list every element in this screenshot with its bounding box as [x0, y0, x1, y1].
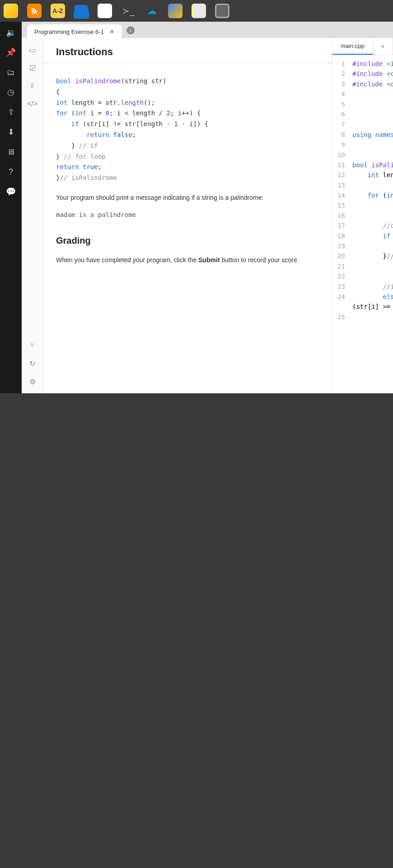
grading-heading: Grading: [56, 233, 319, 248]
instructions-code: bool isPalindrome(string str) { int leng…: [56, 76, 319, 184]
editor-tab-main[interactable]: main.cpp: [332, 38, 373, 55]
share-icon[interactable]: ⇪: [5, 107, 16, 118]
rss-icon[interactable]: [27, 4, 42, 18]
app-nav-rail: ▭ ☑ ⫴ </> ⑂ ↻ ⚙: [22, 38, 43, 393]
instructions-paragraph: Your program should print a message indi…: [56, 193, 319, 203]
chat-icon[interactable]: 💬: [5, 186, 16, 197]
files-icon[interactable]: 🗂: [5, 67, 16, 78]
help-icon[interactable]: ?: [5, 166, 16, 177]
book-icon[interactable]: [73, 5, 89, 19]
editor-tab-bar: main.cpp +: [332, 38, 393, 55]
editor-panel: main.cpp + 12345678910111213141516171819…: [332, 38, 393, 393]
desktop-taskbar: A-Z ≻_ ☁: [0, 0, 393, 22]
instructions-title: Instructions: [43, 38, 332, 63]
tab-title: Programming Exercise 6-1: [34, 28, 104, 35]
cloud-icon[interactable]: ☁: [145, 4, 159, 18]
download-icon[interactable]: ⬇: [5, 127, 16, 137]
grading-paragraph: When you have completed your program, cl…: [56, 255, 319, 265]
dictionary-icon[interactable]: A-Z: [51, 4, 65, 18]
terminal-icon[interactable]: ≻_: [121, 4, 136, 18]
code-content[interactable]: #include <iostream>#include <cstring>#in…: [349, 55, 393, 393]
pin-icon[interactable]: 📌: [5, 47, 16, 58]
example-output: madam is a palindrome: [56, 210, 319, 221]
desktop-icon[interactable]: 🖥: [5, 146, 16, 157]
code-icon[interactable]: </>: [28, 99, 37, 108]
highlighter-icon[interactable]: [4, 4, 18, 18]
tab-close-icon[interactable]: ✕: [109, 28, 115, 35]
branch-icon[interactable]: ⑂: [28, 341, 37, 350]
sound-icon[interactable]: 🔉: [5, 27, 16, 38]
instructions-panel: Instructions bool isPalindrome(string st…: [43, 38, 332, 393]
browser-tab[interactable]: Programming Exercise 6-1 ✕: [27, 24, 122, 38]
book-icon[interactable]: ▭: [28, 45, 37, 54]
drive-icon[interactable]: [168, 4, 182, 18]
checklist-icon[interactable]: ☑: [28, 63, 37, 72]
app-circle-icon[interactable]: [215, 4, 229, 18]
line-gutter: 1234567891011121314151617181920212223242…: [332, 55, 349, 393]
editor-tab-add[interactable]: +: [373, 38, 393, 55]
info-icon[interactable]: i: [126, 26, 135, 34]
notes-icon[interactable]: [192, 4, 206, 18]
chart-icon[interactable]: ⫴: [28, 81, 37, 90]
os-sidebar: 🔉 📌 🗂 ◷ ⇪ ⬇ 🖥 ? 💬: [0, 22, 22, 393]
browser-tab-strip: Programming Exercise 6-1 ✕ i: [22, 22, 393, 38]
clock-icon[interactable]: ◷: [5, 87, 16, 98]
code-editor[interactable]: 1234567891011121314151617181920212223242…: [332, 55, 393, 393]
retry-icon[interactable]: ↻: [28, 359, 37, 368]
gear-icon[interactable]: ⚙: [28, 377, 37, 386]
notepad-icon[interactable]: [98, 4, 112, 18]
